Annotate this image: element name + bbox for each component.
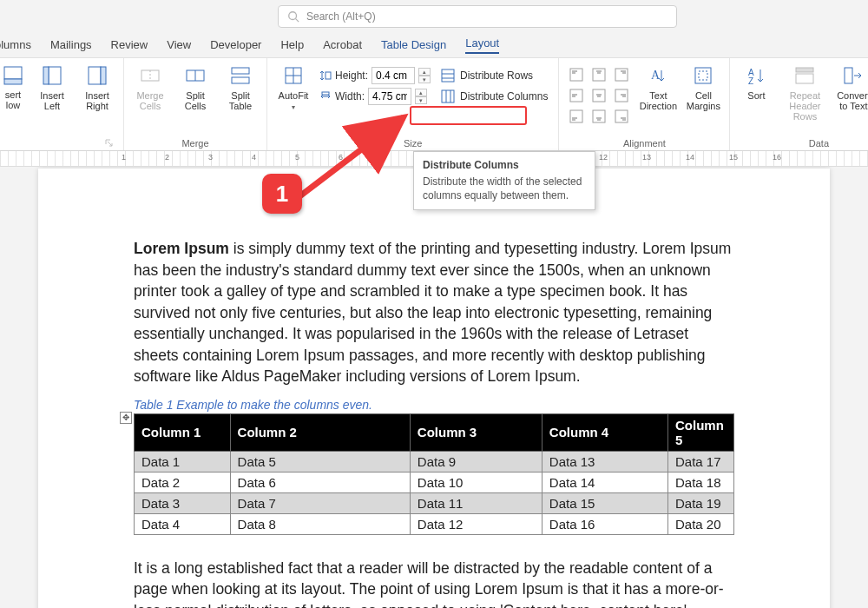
- align-bot-left[interactable]: [566, 107, 587, 126]
- dialog-launcher-icon[interactable]: [104, 138, 115, 149]
- align-top-left[interactable]: [566, 65, 587, 84]
- document-viewport[interactable]: Lorem Ipsum is simply dummy text of the …: [0, 167, 868, 608]
- tab-view[interactable]: View: [167, 38, 191, 54]
- insert-right-button[interactable]: Insert Right: [78, 62, 116, 111]
- ruler-number: 6: [339, 153, 343, 162]
- table-cell[interactable]: Data 5: [230, 451, 410, 472]
- svg-rect-46: [593, 110, 605, 122]
- ruler-number: 4: [252, 153, 256, 162]
- svg-rect-53: [695, 68, 711, 83]
- table-cell[interactable]: Data 9: [410, 451, 542, 472]
- height-input[interactable]: [372, 67, 415, 84]
- svg-rect-2: [4, 67, 22, 79]
- tab-developer[interactable]: Developer: [210, 38, 261, 54]
- svg-rect-19: [442, 69, 454, 82]
- distribute-rows-button[interactable]: Distribute Rows: [437, 67, 551, 84]
- sort-button[interactable]: AZ Sort: [737, 62, 775, 101]
- svg-rect-37: [593, 89, 605, 102]
- table-cell[interactable]: Data 7: [230, 492, 410, 513]
- table-cell[interactable]: Data 18: [667, 472, 733, 492]
- svg-text:Z: Z: [748, 76, 753, 86]
- group-merge-label: Merge: [131, 136, 260, 150]
- split-table-button[interactable]: Split Table: [221, 62, 260, 111]
- example-table[interactable]: Column 1Column 2Column 3Column 4Column 5…: [134, 413, 734, 535]
- ruler-number: 2: [165, 153, 169, 162]
- paragraph-1[interactable]: Lorem Ipsum is simply dummy text of the …: [134, 238, 734, 387]
- col-width-icon: [319, 90, 332, 102]
- tab-table-design[interactable]: Table Design: [381, 38, 446, 54]
- width-input[interactable]: [368, 88, 411, 105]
- table-cell[interactable]: Data 15: [542, 492, 667, 513]
- table-cell[interactable]: Data 17: [667, 451, 733, 472]
- tab-review[interactable]: Review: [111, 38, 148, 54]
- table-cell[interactable]: Data 2: [135, 472, 231, 492]
- table-header[interactable]: Column 3: [410, 413, 542, 451]
- autofit-button[interactable]: AutoFit ▾: [274, 62, 312, 111]
- ruler-number: 7: [382, 153, 386, 162]
- table-cell[interactable]: Data 11: [410, 492, 542, 513]
- insert-left-button[interactable]: Insert Left: [33, 62, 71, 111]
- height-spinner[interactable]: ▴▾: [418, 68, 431, 83]
- align-top-center[interactable]: [589, 65, 609, 84]
- table-row[interactable]: Data 3Data 7Data 11Data 15Data 19: [135, 492, 734, 513]
- sort-icon: AZ: [744, 63, 768, 88]
- table-cell[interactable]: Data 20: [667, 513, 733, 534]
- align-mid-center[interactable]: [589, 86, 609, 105]
- table-cell[interactable]: Data 19: [667, 492, 733, 513]
- group-rows-cols-label: [0, 136, 116, 150]
- table-cell[interactable]: Data 1: [135, 451, 231, 472]
- table-cell[interactable]: Data 3: [135, 492, 231, 513]
- table-cell[interactable]: Data 10: [410, 472, 542, 492]
- search-box[interactable]: Search (Alt+Q): [278, 5, 677, 28]
- text-direction-button[interactable]: A Text Direction: [639, 62, 677, 111]
- svg-rect-4: [49, 67, 61, 84]
- table-cell[interactable]: Data 4: [135, 513, 231, 534]
- align-top-right[interactable]: [611, 65, 632, 84]
- table-row[interactable]: Data 2Data 6Data 10Data 14Data 18: [135, 472, 734, 492]
- paragraph-2[interactable]: It is a long established fact that a rea…: [134, 558, 734, 609]
- svg-rect-7: [101, 67, 106, 84]
- table-header[interactable]: Column 5: [667, 413, 733, 451]
- tab-acrobat[interactable]: Acrobat: [323, 38, 362, 54]
- table-column-width[interactable]: Width: ▴▾: [319, 88, 431, 105]
- align-bot-right[interactable]: [611, 107, 632, 126]
- width-spinner[interactable]: ▴▾: [415, 89, 427, 104]
- align-mid-right[interactable]: [611, 86, 632, 105]
- svg-rect-31: [615, 69, 628, 81]
- align-bot-center[interactable]: [589, 107, 609, 126]
- table-cell[interactable]: Data 16: [542, 513, 667, 534]
- cell-margins-button[interactable]: Cell Margins: [684, 62, 722, 111]
- table-cell[interactable]: Data 8: [230, 513, 410, 534]
- table-cell[interactable]: Data 12: [410, 513, 542, 534]
- tab-layout[interactable]: Layout: [465, 36, 499, 54]
- svg-rect-18: [322, 92, 329, 95]
- table-move-handle[interactable]: ✥: [120, 412, 132, 424]
- table-row[interactable]: Data 1Data 5Data 9Data 13Data 17: [135, 451, 734, 472]
- align-mid-left[interactable]: [566, 86, 587, 105]
- merge-cells-button[interactable]: Merge Cells: [131, 62, 169, 111]
- table-cell[interactable]: Data 13: [542, 451, 667, 472]
- table-header[interactable]: Column 4: [542, 413, 667, 451]
- split-cells-button[interactable]: Split Cells: [176, 62, 214, 111]
- distribute-columns-button[interactable]: Distribute Columns: [437, 88, 551, 105]
- para1-rest: is simply dummy text of the printing and…: [134, 240, 731, 385]
- table-header[interactable]: Column 1: [135, 413, 231, 451]
- tab-mailings[interactable]: Mailings: [50, 38, 92, 54]
- table-header[interactable]: Column 2: [230, 413, 410, 451]
- table-row[interactable]: Data 4Data 8Data 12Data 16Data 20: [135, 513, 734, 534]
- tab-partial-left[interactable]: olumns: [0, 38, 31, 54]
- svg-rect-54: [699, 71, 707, 80]
- table-cell[interactable]: Data 14: [542, 472, 667, 492]
- tab-help[interactable]: Help: [280, 38, 304, 54]
- ruler-number: 13: [642, 153, 651, 162]
- table-caption[interactable]: Table 1 Example to make the columns even…: [134, 398, 734, 412]
- repeat-header-rows-button[interactable]: Repeat Header Rows: [782, 62, 827, 122]
- convert-to-text-button[interactable]: Convert to Text: [834, 62, 868, 111]
- insert-below-button[interactable]: sert low: [0, 62, 26, 110]
- table-row-height[interactable]: Height: ▴▾: [319, 67, 431, 84]
- ruler-number: 16: [773, 153, 781, 162]
- svg-rect-58: [796, 74, 813, 83]
- tooltip-title: Distribute Columns: [423, 159, 586, 171]
- merge-cells-icon: [138, 63, 162, 88]
- table-cell[interactable]: Data 6: [230, 472, 410, 492]
